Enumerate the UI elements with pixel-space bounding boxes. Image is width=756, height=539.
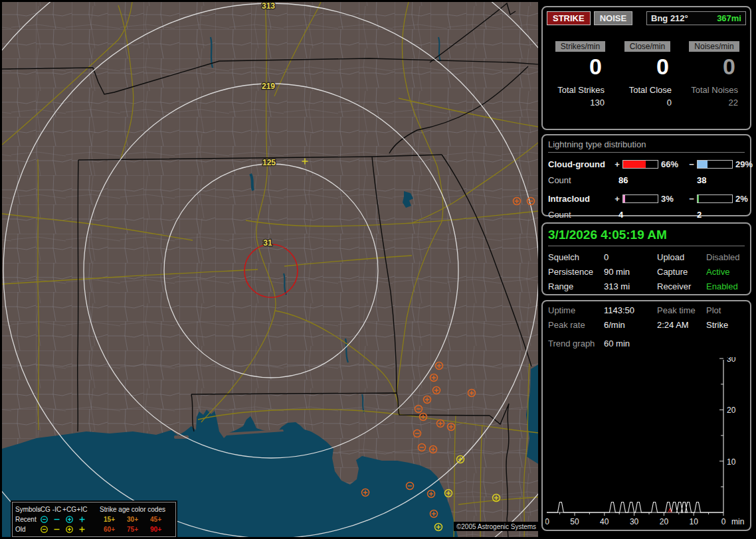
uptime-value: 1143:50	[604, 305, 657, 315]
trend-graph: 6050403020100min102030	[545, 357, 747, 527]
bearing-display: Bng 212° 367mi	[646, 11, 746, 25]
ic-plus-bar	[622, 194, 658, 203]
uptime-label: Uptime	[548, 305, 604, 315]
cg-plus-pct: 66%	[658, 159, 686, 169]
cloud-ground-label: Cloud-ground	[548, 159, 612, 169]
upload-status: Disabled	[706, 252, 745, 262]
cg-plus-count: 86	[618, 175, 697, 186]
bearing-value: Bng 212°	[651, 13, 688, 23]
age-30: 30+	[121, 516, 144, 523]
legend-age-header: Strike age color codes	[98, 506, 167, 513]
total-strikes-label: Total Strikes	[547, 85, 614, 95]
circle-plus-icon	[63, 525, 76, 534]
legend-col-neg-cg: -CG	[38, 506, 50, 513]
trend-graph-label: Trend graph	[548, 339, 604, 348]
squelch-label: Squelch	[548, 252, 604, 262]
bearing-range-value: 367mi	[717, 13, 741, 23]
legend-recent-label: Recent	[15, 516, 38, 523]
distribution-header: Lightning type distribution	[548, 139, 745, 153]
copyright: ©2005 Astrogenic Systems	[454, 522, 539, 531]
peak-time-value: 2:24 AM	[657, 320, 706, 330]
close-per-min-label: Close/min	[624, 41, 670, 52]
minus-sign: −	[686, 159, 697, 169]
legend-symbols-label: Symbols	[15, 506, 38, 513]
plus-icon	[76, 515, 88, 524]
total-noises-value: 22	[681, 98, 747, 108]
legend-old-label: Old	[15, 526, 38, 533]
app-window: 31321912531 Symbols -CG -IC +CG +IC Stri…	[0, 0, 756, 539]
total-close-label: Total Close	[614, 85, 681, 95]
age-15: 15+	[98, 516, 121, 523]
lightning-map[interactable]: 31321912531	[0, 0, 539, 539]
ic-plus-pct: 3%	[658, 194, 686, 204]
circle-minus-icon	[38, 515, 50, 524]
counters-panel: STRIKE NOISE Bng 212° 367mi Strikes/min …	[541, 6, 751, 130]
upload-label: Upload	[657, 252, 706, 262]
trend-window-value: 60 min	[604, 339, 745, 348]
count-label: Count	[548, 210, 618, 220]
noises-per-min-label: Noises/min	[689, 41, 739, 52]
legend-col-neg-ic: -IC	[50, 506, 63, 513]
squelch-value: 0	[604, 252, 657, 262]
status-panel: 3/1/2026 4:05:19 AM Squelch 0 Upload Dis…	[541, 222, 751, 295]
capture-status: Active	[706, 267, 745, 277]
ic-plus-count: 4	[618, 210, 697, 220]
age-60: 60+	[98, 526, 121, 533]
circle-minus-icon	[38, 525, 50, 534]
legend-col-pos-ic: +IC	[76, 506, 88, 513]
noise-toggle-button[interactable]: NOISE	[594, 11, 632, 25]
svg-text:20: 20	[727, 406, 736, 415]
svg-text:30: 30	[630, 517, 639, 526]
plot-value: Strike	[706, 320, 745, 330]
ic-minus-pct: 2%	[733, 194, 748, 204]
total-noises-label: Total Noises	[681, 85, 747, 95]
strikes-per-min-label: Strikes/min	[555, 41, 605, 52]
symbol-legend: Symbols -CG -IC +CG +IC Strike age color…	[12, 502, 176, 537]
age-75: 75+	[121, 526, 144, 533]
minus-icon	[50, 525, 63, 534]
svg-text:10: 10	[727, 457, 736, 467]
plus-icon	[76, 525, 88, 534]
datetime-display: 3/1/2026 4:05:19 AM	[548, 228, 745, 246]
ic-minus-count: 2	[697, 210, 745, 220]
strike-toggle-button[interactable]: STRIKE	[547, 11, 591, 25]
total-strikes-value: 130	[547, 98, 614, 108]
strikes-per-min-value: 0	[547, 52, 614, 81]
distribution-panel: Lightning type distribution Cloud-ground…	[541, 134, 751, 216]
close-per-min-value: 0	[614, 52, 681, 81]
minus-icon	[50, 515, 63, 524]
svg-text:0: 0	[721, 517, 726, 526]
cg-minus-pct: 29%	[733, 159, 753, 169]
range-value: 313 mi	[604, 281, 657, 291]
receiver-status: Enabled	[706, 281, 745, 291]
svg-text:40: 40	[600, 517, 609, 526]
intracloud-label: Intracloud	[548, 194, 612, 204]
svg-text:60: 60	[545, 517, 549, 526]
total-close-value: 0	[614, 98, 681, 108]
svg-text:min: min	[731, 517, 744, 526]
peak-time-label: Peak time	[657, 305, 706, 315]
age-90: 90+	[144, 526, 167, 533]
stats-trend-panel: Uptime 1143:50 Peak time Plot Peak rate …	[541, 300, 751, 531]
cg-minus-bar	[697, 160, 733, 169]
svg-text:313: 313	[262, 1, 275, 11]
svg-text:125: 125	[262, 158, 276, 167]
svg-text:30: 30	[727, 357, 736, 364]
ic-minus-bar	[697, 194, 733, 203]
cg-minus-count: 38	[697, 175, 745, 186]
circle-plus-icon	[63, 515, 76, 524]
persistence-value: 90 min	[604, 267, 657, 277]
svg-text:219: 219	[262, 82, 275, 91]
plus-sign: +	[612, 159, 622, 169]
range-label: Range	[548, 281, 604, 291]
persistence-label: Persistence	[548, 267, 604, 277]
plot-label: Plot	[706, 305, 745, 315]
minus-sign: −	[686, 194, 697, 204]
svg-text:10: 10	[690, 517, 699, 526]
capture-label: Capture	[657, 267, 706, 277]
age-45: 45+	[144, 516, 167, 523]
svg-text:20: 20	[660, 517, 669, 526]
noises-per-min-value: 0	[681, 52, 747, 81]
svg-text:31: 31	[263, 238, 272, 248]
receiver-label: Receiver	[657, 281, 706, 291]
